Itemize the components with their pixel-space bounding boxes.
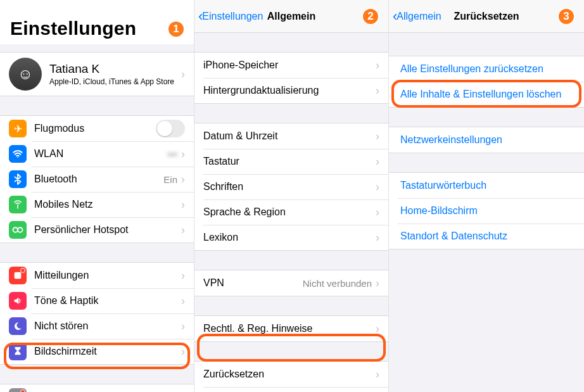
- chevron-right-icon: ›: [181, 148, 185, 161]
- apple-id-row[interactable]: ☺ Tatiana K Apple-ID, iCloud, iTunes & A…: [0, 53, 194, 96]
- back-to-settings-button[interactable]: ‹ Einstellungen: [198, 9, 263, 23]
- bluetooth-row[interactable]: Bluetooth Ein ›: [0, 167, 194, 192]
- reset-all-settings-row[interactable]: Alle Einstellungen zurücksetzen: [389, 56, 584, 82]
- cellular-row[interactable]: Mobiles Netz ›: [0, 192, 194, 217]
- iphone-storage-row[interactable]: iPhone-Speicher ›: [194, 53, 388, 78]
- sounds-label: Töne & Haptik: [34, 295, 181, 307]
- notifications-icon: [9, 267, 27, 284]
- erase-all-row[interactable]: Alle Inhalte & Einstellungen löschen: [389, 82, 584, 107]
- home-screen-row[interactable]: Home-Bildschirm: [389, 198, 584, 224]
- chevron-right-icon: ›: [181, 345, 185, 358]
- bluetooth-value: Ein: [163, 174, 177, 185]
- wlan-row[interactable]: WLAN ••• ›: [0, 141, 194, 167]
- profile-name: Tatiana K: [49, 62, 181, 76]
- back-label: Allgemein: [397, 11, 441, 22]
- chevron-right-icon: ›: [376, 322, 379, 336]
- chevron-right-icon: ›: [376, 130, 379, 143]
- general-panel: 2 ‹ Einstellungen Allgemein iPhone-Speic…: [194, 0, 389, 392]
- airplane-icon: ✈: [9, 120, 27, 137]
- background-refresh-row[interactable]: Hintergrundaktualisierung ›: [194, 78, 388, 103]
- storage-group: iPhone-Speicher › Hintergrundaktualisier…: [194, 52, 388, 104]
- gear-icon: [9, 388, 27, 392]
- dnd-row[interactable]: Nicht stören ›: [0, 313, 194, 339]
- shutdown-row[interactable]: Ausschalten: [194, 387, 388, 392]
- back-label: Einstellungen: [202, 11, 263, 22]
- localization-group: Datum & Uhrzeit › Tastatur › Schriften ›…: [194, 123, 388, 251]
- location-privacy-row[interactable]: Standort & Datenschutz: [389, 224, 584, 249]
- profile-sub: Apple-ID, iCloud, iTunes & App Store: [49, 77, 181, 86]
- svg-point-2: [18, 227, 23, 232]
- chevron-right-icon: ›: [376, 368, 379, 381]
- vpn-row[interactable]: VPN Nicht verbunden ›: [194, 270, 388, 296]
- chevron-right-icon: ›: [376, 180, 379, 194]
- reset-group: Zurücksetzen › Ausschalten: [194, 361, 388, 392]
- hotspot-label: Persönlicher Hotspot: [34, 224, 181, 236]
- screentime-label: Bildschirmzeit: [34, 346, 181, 357]
- notifications-group: Mitteilungen › Töne & Haptik › Nicht stö…: [0, 262, 194, 365]
- misc-reset-group: Tastaturwörterbuch Home-Bildschirm Stand…: [389, 172, 584, 250]
- step-badge-3: 3: [557, 8, 575, 25]
- dictionary-row[interactable]: Lexikon ›: [194, 225, 388, 250]
- storage-label: iPhone-Speicher: [203, 60, 376, 71]
- moon-icon: [9, 317, 27, 335]
- bg-refresh-label: Hintergrundaktualisierung: [203, 85, 376, 96]
- fonts-row[interactable]: Schriften ›: [194, 174, 388, 199]
- profile-group: ☺ Tatiana K Apple-ID, iCloud, iTunes & A…: [0, 52, 194, 96]
- avatar: ☺: [9, 58, 42, 91]
- hotspot-icon: [9, 221, 27, 239]
- reset-panel: 3 ‹ Allgemein Zurücksetzen Alle Einstell…: [389, 0, 584, 392]
- wifi-icon: [9, 145, 27, 163]
- notifications-label: Mitteilungen: [34, 270, 181, 281]
- chevron-right-icon: ›: [181, 198, 185, 212]
- step-badge-2: 2: [362, 8, 379, 25]
- vpn-value: Nicht verbunden: [303, 278, 372, 289]
- chevron-right-icon: ›: [181, 173, 185, 186]
- chevron-right-icon: ›: [181, 224, 185, 237]
- airplane-toggle[interactable]: [156, 120, 185, 137]
- chevron-right-icon: ›: [376, 277, 379, 290]
- language-region-row[interactable]: Sprache & Region ›: [194, 199, 388, 225]
- keyboard-dict-row[interactable]: Tastaturwörterbuch: [389, 173, 584, 198]
- airplane-label: Flugmodus: [34, 123, 156, 134]
- reset-navbar: ‹ Allgemein Zurücksetzen: [389, 0, 584, 33]
- vpn-group: VPN Nicht verbunden ›: [194, 270, 388, 296]
- network-group: Netzwerkeinstellungen: [389, 127, 584, 153]
- chevron-right-icon: ›: [181, 320, 185, 333]
- network-group: ✈ Flugmodus WLAN ••• › Bluetooth Ein ›: [0, 115, 194, 243]
- network-settings-row[interactable]: Netzwerkeinstellungen: [389, 127, 584, 153]
- legal-group: Rechtl. & Reg. Hinweise ›: [194, 315, 388, 342]
- step-badge-1: 1: [167, 20, 185, 38]
- back-to-general-button[interactable]: ‹ Allgemein: [393, 9, 441, 23]
- chevron-right-icon: ›: [181, 68, 185, 81]
- cellular-icon: [9, 196, 27, 213]
- hotspot-row[interactable]: Persönlicher Hotspot ›: [0, 217, 194, 243]
- settings-title: Einstellungen: [10, 18, 184, 39]
- dnd-label: Nicht stören: [34, 320, 181, 332]
- chevron-right-icon: ›: [181, 269, 185, 282]
- general-row[interactable]: Allgemein ›: [0, 384, 194, 392]
- keyboard-row[interactable]: Tastatur ›: [194, 149, 388, 174]
- chevron-right-icon: ›: [376, 155, 379, 168]
- chevron-right-icon: ›: [181, 294, 185, 308]
- bluetooth-icon: [9, 170, 27, 188]
- chevron-right-icon: ›: [376, 206, 379, 219]
- date-time-row[interactable]: Datum & Uhrzeit ›: [194, 123, 388, 149]
- notifications-row[interactable]: Mitteilungen ›: [0, 263, 194, 288]
- wlan-value: •••: [167, 149, 177, 160]
- chevron-right-icon: ›: [376, 84, 379, 98]
- chevron-right-icon: ›: [376, 59, 379, 72]
- system-group: Allgemein › Kontrollzentrum ›: [0, 384, 194, 392]
- sounds-row[interactable]: Töne & Haptik ›: [0, 288, 194, 313]
- svg-point-1: [13, 227, 18, 232]
- bluetooth-label: Bluetooth: [34, 174, 163, 185]
- reset-row[interactable]: Zurücksetzen ›: [194, 362, 388, 387]
- screentime-row[interactable]: Bildschirmzeit ›: [0, 339, 194, 364]
- wlan-label: WLAN: [34, 148, 167, 160]
- general-navbar: ‹ Einstellungen Allgemein: [194, 0, 388, 33]
- settings-big-header: Einstellungen: [0, 0, 194, 44]
- svg-rect-3: [15, 272, 22, 279]
- hourglass-icon: [9, 343, 27, 360]
- legal-row[interactable]: Rechtl. & Reg. Hinweise ›: [194, 316, 388, 341]
- reset-main-group: Alle Einstellungen zurücksetzen Alle Inh…: [389, 56, 584, 108]
- airplane-mode-row[interactable]: ✈ Flugmodus: [0, 116, 194, 141]
